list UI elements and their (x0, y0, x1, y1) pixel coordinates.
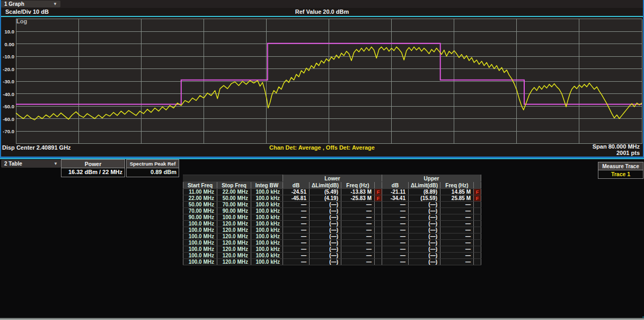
table-cell: 120.0 MHz (217, 259, 251, 265)
table-cell: 25.85 M (440, 195, 474, 202)
table-cell: -24.51 (283, 189, 310, 195)
power-readout-title: Power (61, 160, 125, 168)
table-cell: — (283, 214, 310, 221)
y-axis-tick-label: -30.0 (0, 79, 14, 84)
table-cell: — (341, 246, 375, 253)
table-cell (474, 214, 481, 221)
table-cell: 100.0 MHz (183, 253, 217, 259)
table-row: 100.0 MHz120.0 MHz100.0 kHz—(—)——(—)— (183, 240, 481, 246)
table-cell: 100.0 kHz (251, 221, 283, 227)
table-cell: (—) (409, 240, 440, 246)
table-cell: 14.85 M (440, 189, 474, 195)
table-cell: 90.00 MHz (183, 214, 217, 221)
table-cell: 100.0 kHz (251, 253, 283, 259)
table-cell: 90.00 MHz (217, 208, 251, 214)
table-cell: 100.0 kHz (251, 233, 283, 240)
table-cell: — (440, 202, 474, 208)
table-cell (474, 259, 481, 265)
table-cell: -34.41 (382, 195, 409, 202)
table-cell: (5.49) (310, 189, 341, 195)
table-body: 11.00 MHz22.00 MHz100.0 kHz-24.51(5.49)-… (183, 189, 481, 265)
table-cell: 100.0 MHz (217, 214, 251, 221)
table-cell: 120.0 MHz (217, 233, 251, 240)
table-cell (474, 240, 481, 246)
table-cell: (—) (310, 240, 341, 246)
fail-flag: F (375, 189, 382, 195)
table-cell (474, 208, 481, 214)
table-cell: -21.11 (382, 189, 409, 195)
table-cell: — (440, 221, 474, 227)
table-cell: — (382, 253, 409, 259)
table-header-cell: Lower (283, 175, 382, 182)
y-axis-tick-label: 0.00 (0, 41, 14, 47)
table-cell: — (341, 253, 375, 259)
table-row: 100.0 MHz120.0 MHz100.0 kHz—(—)——(—)— (183, 221, 481, 227)
table-cell: 50.00 MHz (217, 195, 251, 202)
y-axis-tick-label: -50.0 (0, 103, 14, 109)
table-header-cell: Upper (382, 175, 481, 182)
table-cell: — (283, 240, 310, 246)
table-header-cell: dB (283, 182, 310, 189)
table-cell: (—) (409, 246, 440, 253)
table-row: 90.00 MHz100.0 MHz100.0 kHz—(—)——(—)— (183, 214, 481, 221)
table-cell: (—) (310, 233, 341, 240)
fail-flag: F (474, 189, 481, 195)
table-cell: — (440, 208, 474, 214)
log-scale-label: Log (16, 18, 27, 24)
table-cell: — (440, 240, 474, 246)
table-cell: — (440, 214, 474, 221)
plot-area[interactable] (0, 0, 644, 159)
power-readout-value: 16.32 dBm / 22 MHz (61, 168, 125, 176)
table-cell: — (341, 233, 375, 240)
table-cell: — (341, 208, 375, 214)
table-row: 100.0 MHz120.0 MHz100.0 kHz—(—)——(—)— (183, 227, 481, 233)
table-cell: 100.0 MHz (183, 240, 217, 246)
table-cell: — (341, 240, 375, 246)
table-cell: — (341, 214, 375, 221)
table-cell: 100.0 MHz (183, 246, 217, 253)
measure-trace-button[interactable]: Measure Trace Trace 1 (598, 162, 643, 179)
table-cell: — (382, 221, 409, 227)
sem-results-table: LowerUpperStart FreqStop FreqInteg BWdBΔ… (183, 175, 481, 265)
table-cell: (—) (409, 259, 440, 265)
table-cell: 11.00 MHz (183, 189, 217, 195)
measure-trace-value: Trace 1 (598, 170, 643, 178)
y-axis-tick-label: -10.0 (0, 54, 14, 59)
table-cell (474, 233, 481, 240)
table-cell: — (382, 227, 409, 233)
table-window-selector[interactable]: 2 Table ▼ (1, 160, 61, 168)
table-header-cell: Integ BW (251, 182, 283, 189)
table-cell: — (341, 227, 375, 233)
table-cell: — (440, 253, 474, 259)
table-cell: — (382, 259, 409, 265)
table-cell (375, 202, 382, 208)
table-cell: (—) (409, 253, 440, 259)
table-row: 100.0 MHz120.0 MHz100.0 kHz—(—)——(—)— (183, 253, 481, 259)
graph-window-border-left (0, 0, 1, 158)
table-cell: (—) (310, 214, 341, 221)
table-cell: 70.00 MHz (217, 202, 251, 208)
table-cell: — (283, 227, 310, 233)
table-header-cell: ΔLimit(dB) (409, 182, 440, 189)
table-header: LowerUpperStart FreqStop FreqInteg BWdBΔ… (183, 175, 481, 189)
graph-window-border-bottom (0, 157, 644, 158)
table-cell: — (382, 214, 409, 221)
table-cell: 100.0 MHz (183, 227, 217, 233)
y-axis-tick-label: -20.0 (0, 66, 14, 72)
table-cell: (—) (409, 233, 440, 240)
table-row: 100.0 MHz120.0 MHz100.0 kHz—(—)——(—)— (183, 259, 481, 265)
table-cell: (—) (310, 227, 341, 233)
table-cell (474, 227, 481, 233)
table-cell: 120.0 MHz (217, 227, 251, 233)
table-cell (375, 227, 382, 233)
table-cell: (—) (409, 202, 440, 208)
table-row: 50.00 MHz70.00 MHz100.0 kHz—(—)——(—)— (183, 202, 481, 208)
span-label: Span 80.000 MHz (593, 143, 640, 150)
y-axis-tick-label: -40.0 (0, 91, 14, 97)
table-header-cell: ΔLimit(dB) (310, 182, 341, 189)
table-cell (375, 253, 382, 259)
detector-info: Chan Det: Average , Offs Det: Average (0, 144, 644, 151)
table-cell: 100.0 kHz (251, 259, 283, 265)
table-cell: (—) (310, 208, 341, 214)
table-cell: (—) (409, 221, 440, 227)
